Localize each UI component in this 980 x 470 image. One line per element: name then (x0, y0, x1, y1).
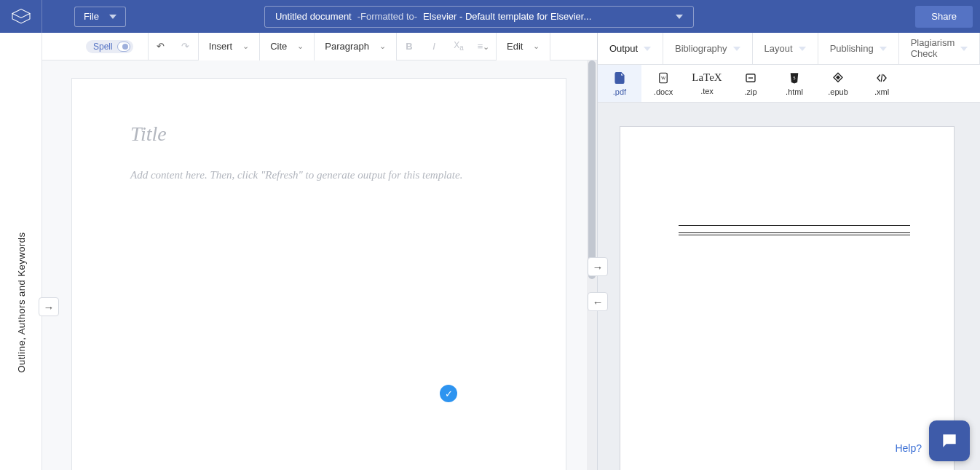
pane-collapse-right-button[interactable]: → (588, 257, 608, 276)
linespacing-button[interactable]: ≡⌄ (471, 33, 496, 60)
export-xml-label: .xml (874, 87, 889, 96)
export-tex-label: .tex (700, 87, 714, 95)
spell-label: Spell (93, 42, 113, 52)
cite-label: Cite (270, 41, 287, 52)
chevron-down-icon: ⌄ (379, 42, 386, 51)
docx-icon: W (656, 71, 671, 85)
subscript-button[interactable]: Xa (446, 33, 471, 60)
preview-area (598, 103, 980, 470)
italic-icon: I (432, 41, 435, 52)
document-name: Untitled document (275, 11, 352, 22)
chevron-down-icon: ⌄ (242, 42, 249, 51)
tab-output-label: Output (609, 43, 638, 54)
epub-icon (831, 71, 845, 85)
edit-menu[interactable]: Edit ⌄ (497, 33, 550, 60)
template-name: Elsevier - Default template for Elsevier… (423, 11, 591, 22)
export-pdf-label: .pdf (613, 87, 626, 96)
preview-rule (679, 232, 910, 233)
topbar: File Untitled document -Formatted to- El… (0, 0, 980, 33)
tab-layout-label: Layout (764, 43, 793, 54)
export-html-label: .html (786, 87, 803, 96)
export-epub[interactable]: .epub (816, 65, 860, 102)
spell-toggle[interactable]: Spell (86, 40, 133, 53)
undo-icon: ↶ (157, 41, 165, 52)
share-button[interactable]: Share (915, 6, 973, 28)
preview-tabs: Output Bibliography Layout Publishing Pl… (598, 33, 980, 65)
document-title-dropdown[interactable]: Untitled document -Formatted to- Elsevie… (264, 6, 694, 28)
tab-bibliography[interactable]: Bibliography (663, 33, 753, 64)
preview-rule (679, 235, 910, 235)
html-icon: 5 (787, 71, 802, 85)
zip-icon (743, 71, 758, 85)
redo-button[interactable]: ↷ (173, 33, 198, 60)
sidebar-label: Outline, Authors and Keywords (15, 232, 26, 373)
arrow-right-icon: → (44, 301, 55, 313)
file-menu-label: File (84, 11, 99, 22)
svg-text:5: 5 (794, 75, 796, 79)
linespacing-icon: ≡⌄ (478, 41, 490, 52)
export-docx-label: .docx (654, 87, 673, 96)
insert-menu[interactable]: Insert ⌄ (199, 33, 260, 60)
bold-button[interactable]: B (397, 33, 422, 60)
export-zip-label: .zip (744, 87, 756, 96)
export-zip[interactable]: .zip (729, 65, 772, 102)
help-link[interactable]: Help? (895, 442, 922, 454)
undo-button[interactable]: ↶ (149, 33, 173, 60)
main-area: Outline, Authors and Keywords → Spell ↶ … (0, 33, 980, 470)
status-check-icon: ✓ (440, 385, 457, 402)
edit-label: Edit (507, 41, 523, 52)
body-placeholder[interactable]: Add content here. Then, click "Refresh" … (130, 166, 507, 184)
document-page[interactable]: Title Add content here. Then, click "Ref… (71, 78, 566, 470)
tab-plagiarism[interactable]: PlagiarismCheck (899, 33, 980, 64)
app-logo[interactable] (0, 0, 42, 33)
separator (550, 33, 550, 60)
pdf-icon (612, 71, 627, 85)
editor-toolbar: Spell ↶ ↷ Insert ⌄ Cite ⌄ Paragraph ⌄ B (42, 33, 597, 60)
bold-icon: B (406, 41, 412, 52)
chevron-down-icon: ⌄ (533, 42, 540, 51)
file-menu-button[interactable]: File (74, 7, 126, 27)
chat-icon (940, 431, 959, 450)
title-placeholder[interactable]: Title (130, 122, 507, 146)
tab-bibliography-label: Bibliography (675, 43, 727, 54)
scrollbar-thumb[interactable] (588, 60, 596, 279)
export-epub-label: .epub (828, 87, 848, 96)
chat-button[interactable] (929, 420, 970, 461)
toggle-icon (117, 42, 130, 52)
document-scroll[interactable]: Title Add content here. Then, click "Ref… (42, 60, 597, 470)
paragraph-label: Paragraph (325, 41, 369, 52)
export-docx[interactable]: W .docx (641, 65, 685, 102)
export-pdf[interactable]: .pdf (598, 65, 641, 102)
preview-pane: → ← Output Bibliography Layout Publishin… (597, 33, 980, 470)
tab-publishing-label: Publishing (830, 43, 874, 54)
svg-text:W: W (661, 76, 665, 80)
tab-output[interactable]: Output (598, 33, 663, 64)
preview-page (620, 126, 955, 470)
arrow-right-icon: → (593, 261, 604, 273)
export-format-row: .pdf W .docx LaTeX .tex .zip 5 .html .ep… (598, 65, 980, 103)
chevron-down-icon (733, 47, 740, 51)
chevron-down-icon (109, 15, 116, 19)
xml-icon (874, 71, 889, 85)
tab-plagiarism-label: PlagiarismCheck (911, 38, 955, 60)
sidebar-expand-button[interactable]: → (39, 297, 59, 316)
sidebar-rail: Outline, Authors and Keywords → (0, 33, 42, 470)
insert-label: Insert (209, 41, 233, 52)
export-xml[interactable]: .xml (860, 65, 904, 102)
pane-collapse-left-button[interactable]: ← (588, 292, 608, 311)
tab-layout[interactable]: Layout (753, 33, 818, 64)
italic-button[interactable]: I (422, 33, 446, 60)
tab-publishing[interactable]: Publishing (818, 33, 899, 64)
chevron-down-icon: ⌄ (297, 42, 304, 51)
chevron-down-icon (960, 47, 968, 51)
formatted-to-label: -Formatted to- (357, 11, 417, 22)
chevron-down-icon (880, 47, 887, 51)
export-tex[interactable]: LaTeX .tex (685, 65, 729, 102)
preview-rule (679, 225, 910, 226)
export-html[interactable]: 5 .html (772, 65, 816, 102)
cite-menu[interactable]: Cite ⌄ (260, 33, 314, 60)
editor-pane: Spell ↶ ↷ Insert ⌄ Cite ⌄ Paragraph ⌄ B (42, 33, 597, 470)
redo-icon: ↷ (181, 41, 189, 52)
chevron-down-icon (676, 15, 683, 19)
paragraph-menu[interactable]: Paragraph ⌄ (315, 33, 396, 60)
